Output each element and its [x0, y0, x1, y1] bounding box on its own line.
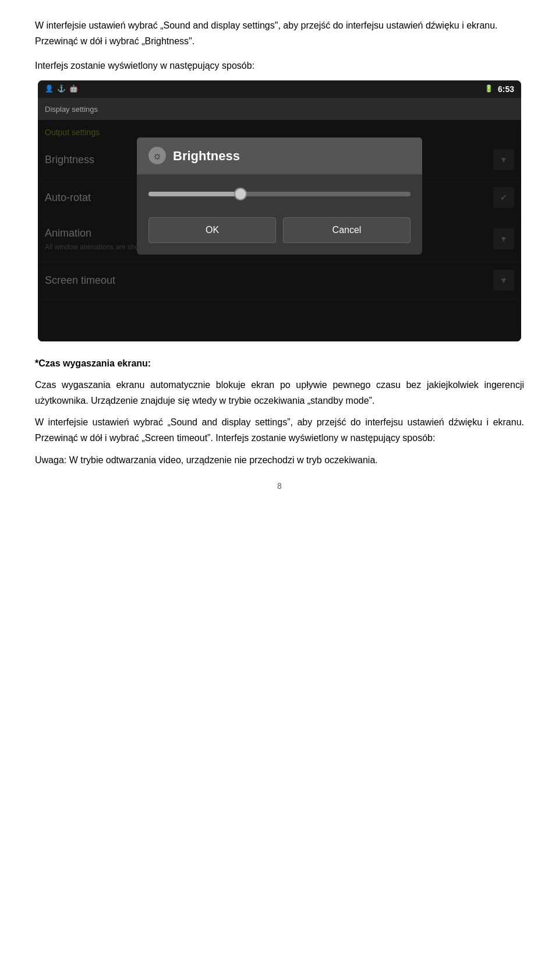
brightness-slider-container[interactable] [148, 186, 411, 208]
intro-line1: W interfejsie ustawień wybrać „Sound and… [35, 17, 524, 49]
status-time: 6:53 [498, 83, 514, 96]
battery-icon: 🔋 [484, 83, 493, 94]
status-icons: 👤 ⚓ 🤖 [45, 83, 78, 94]
android-device: 👤 ⚓ 🤖 🔋 6:53 Display settings Output set… [38, 80, 521, 341]
dialog-buttons: OK Cancel [137, 217, 422, 255]
brightness-dialog: ☼ Brightness OK [137, 138, 422, 255]
dialog-title-bar: ☼ Brightness [137, 138, 422, 174]
footer-section: *Czas wygaszania ekranu: Czas wygaszania… [35, 355, 524, 468]
footer-para1: *Czas wygaszania ekranu: [35, 355, 524, 371]
display-settings-titlebar: Display settings [38, 98, 521, 120]
brightness-slider-thumb[interactable] [234, 188, 247, 200]
usb-icon: ⚓ [57, 83, 66, 94]
page-content: W interfejsie ustawień wybrać „Sound and… [0, 0, 559, 510]
intro-line2: Interfejs zostanie wyświetlony w następu… [35, 58, 524, 73]
android-icon: 🤖 [69, 83, 78, 94]
footer-para2: Czas wygaszania ekranu automatycznie blo… [35, 377, 524, 408]
footer-para4: Uwaga: W trybie odtwarzania video, urząd… [35, 452, 524, 468]
dialog-body [137, 174, 422, 217]
dialog-title-text: Brightness [173, 146, 240, 166]
ok-button[interactable]: OK [148, 217, 276, 243]
cancel-button[interactable]: Cancel [283, 217, 411, 243]
brightness-slider-track [148, 192, 411, 196]
footer-para3: W interfejsie ustawień wybrać „Sound and… [35, 414, 524, 446]
page-number: 8 [35, 480, 524, 492]
display-settings-title: Display settings [45, 105, 98, 114]
brightness-dialog-icon: ☼ [148, 147, 166, 164]
person-icon: 👤 [45, 83, 54, 94]
brightness-slider-fill [148, 192, 240, 196]
status-bar: 👤 ⚓ 🤖 🔋 6:53 [38, 80, 521, 98]
dialog-overlay: ☼ Brightness OK [38, 120, 521, 341]
settings-content: Output settings Brightness ▼ Auto-rotat … [38, 120, 521, 341]
